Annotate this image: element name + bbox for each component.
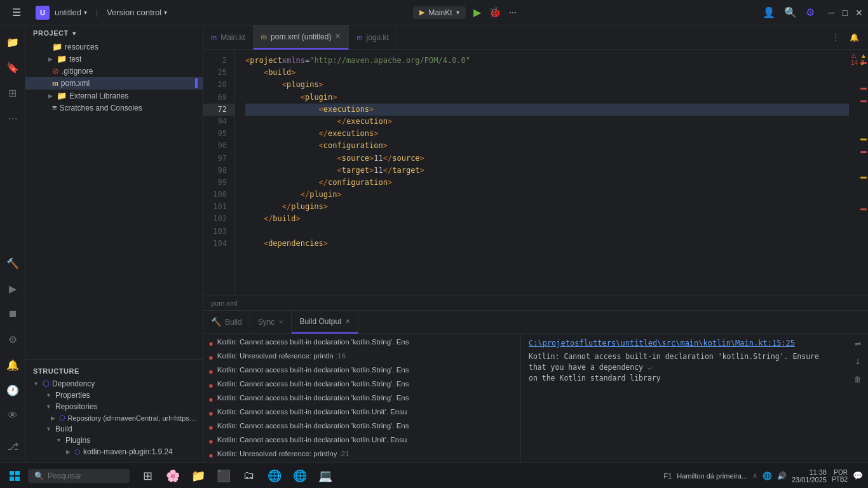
project-dropdown[interactable]: ▾ (72, 30, 76, 37)
tab-close-button[interactable]: ✕ (335, 32, 341, 41)
tree-item-resources[interactable]: 📁 resources (25, 41, 203, 53)
build-error-7[interactable]: ● Kotlin: Cannot access built-in declara… (203, 420, 520, 434)
build-error-8[interactable]: ● Kotlin: Cannot access built-in declara… (203, 434, 520, 448)
more-options-button[interactable]: ⋯ (509, 8, 517, 17)
activity-build-icon[interactable]: 🔨 (1, 252, 24, 274)
tree-label: .gitignore (62, 67, 93, 76)
taskbar-search[interactable]: 🔍 Pesquisar (28, 469, 130, 483)
tree-item-scratches[interactable]: ≡ Scratches and Consoles (25, 102, 203, 114)
activity-bookmarks-icon[interactable]: 🔖 (1, 56, 24, 79)
error-link[interactable]: C:\projetosflutters\untitled\src\main\ko… (529, 339, 795, 348)
structure-item-repositories[interactable]: ▼ Repositories (25, 401, 203, 412)
code-content[interactable]: <project xmlns="http://maven.apache.org/… (235, 50, 859, 295)
widgets-icon[interactable]: 🌸 (161, 464, 184, 487)
error-message-text: Kotlin: Cannot access built-in declarati… (529, 352, 819, 372)
build-error-2[interactable]: ● Kotlin: Unresolved reference: println … (203, 350, 520, 364)
tree-arrow: ▶ (66, 449, 71, 455)
build-error-9[interactable]: ● Kotlin: Unresolved reference: printlny… (203, 448, 520, 462)
activity-git-icon[interactable]: ⎇ (1, 435, 24, 458)
activity-debug-run-icon[interactable]: ⏹ (1, 302, 24, 325)
build-error-3[interactable]: ● Kotlin: Cannot access built-in declara… (203, 364, 520, 378)
clock[interactable]: 11:38 23/01/2025 (792, 468, 827, 484)
activity-clock-icon[interactable]: 🕐 (1, 379, 24, 402)
terminal-icon[interactable]: ⬛ (212, 464, 235, 487)
search-icon[interactable]: 🔍 (784, 6, 797, 18)
tree-item-test[interactable]: ▶ 📁 test (25, 53, 203, 65)
error-icon: ● (208, 353, 214, 362)
structure-item-kotlin-plugin[interactable]: ▶ ⬡ kotlin-maven-plugin:1.9.24 (25, 446, 203, 458)
tab-sync[interactable]: Sync ✕ (250, 311, 292, 334)
tree-item-pomxml[interactable]: m pom.xml (25, 77, 203, 90)
taskview-icon[interactable]: ⊞ (136, 464, 159, 487)
bottom-panel-right-buttons: ⇌ ⤓ 🗑 (848, 334, 868, 463)
ide-icon[interactable]: 💻 (314, 464, 337, 487)
activity-settings-icon[interactable]: ⚙ (1, 328, 24, 351)
activity-run-icon[interactable]: ▶ (1, 277, 24, 300)
editor-scrollbar[interactable]: ⚠ 14 ▲ 3 (859, 50, 868, 295)
build-error-1[interactable]: ● Kotlin: Cannot access built-in declara… (203, 336, 520, 350)
run-config-label: MainKt (428, 8, 452, 17)
language-display[interactable]: POR PTB2 (832, 469, 848, 483)
windows-logo (10, 471, 20, 481)
code-line-2: <project xmlns="http://maven.apache.org/… (245, 55, 849, 67)
tab-pom-xml[interactable]: m pom.xml (untitled) ✕ (254, 25, 349, 50)
code-line-72: <executions> (245, 104, 849, 116)
volume-icon[interactable]: 🔊 (777, 471, 787, 480)
chevron-icon[interactable]: ∧ (752, 471, 757, 480)
error-icon: ● (208, 451, 214, 460)
scroll-to-end-button[interactable]: ⤓ (850, 354, 865, 369)
activity-eye-icon[interactable]: 👁 (1, 404, 24, 427)
tree-item-gitignore[interactable]: ⊘ .gitignore (25, 65, 203, 77)
run-config[interactable]: ▶ MainKt ▾ (413, 6, 465, 19)
activity-notifications-icon[interactable]: 🔔 (1, 353, 24, 376)
tabs-more-button[interactable]: ⋮ (826, 32, 845, 43)
files-icon[interactable]: 🗂 (238, 464, 261, 487)
app-menu-icon[interactable]: ☰ (5, 1, 28, 24)
maximize-button[interactable]: □ (843, 8, 848, 18)
chrome2-icon[interactable]: 🌐 (288, 464, 311, 487)
version-control[interactable]: Version control ▾ (107, 8, 167, 17)
network-icon[interactable]: 🌐 (763, 471, 772, 480)
error-text: Kotlin: Cannot access built-in declarati… (217, 436, 407, 444)
notification-icon[interactable]: 💬 (853, 471, 863, 480)
activity-more-icon[interactable]: ⋯ (1, 107, 24, 130)
build-output-tab-close[interactable]: ✕ (345, 318, 350, 325)
project-name[interactable]: untitled ▾ (55, 8, 87, 17)
chrome-icon[interactable]: 🌐 (263, 464, 286, 487)
build-error-6[interactable]: ● Kotlin: Cannot access built-in declara… (203, 406, 520, 420)
tab-build-output[interactable]: Build Output ✕ (292, 311, 358, 334)
structure-item-repository[interactable]: ▶ ⬡ Repository (id=mavenCentral, url=htt… (25, 412, 203, 423)
notifications-bell[interactable]: 🔔 (845, 29, 863, 46)
close-button[interactable]: ✕ (855, 8, 863, 18)
tab-build[interactable]: 🔨 Build (203, 311, 250, 334)
warn-count-icon: ▲ 3 (860, 52, 867, 66)
bottom-tabs: 🔨 Build Sync ✕ Build Output ✕ (203, 311, 868, 334)
user-icon[interactable]: 👤 (763, 6, 775, 18)
structure-item-build[interactable]: ▼ Build (25, 423, 203, 435)
build-tab-label: Build (225, 318, 242, 327)
explorer-icon[interactable]: 📁 (187, 464, 210, 487)
sync-tab-label: Sync (258, 318, 275, 327)
tab-main-kt[interactable]: m Main.kt (203, 25, 254, 50)
build-errors-list: ● Kotlin: Cannot access built-in declara… (203, 334, 521, 463)
error-text: Kotlin: Unresolved reference: println :1… (217, 352, 346, 360)
build-error-4[interactable]: ● Kotlin: Cannot access built-in declara… (203, 378, 520, 392)
soft-wrap-button[interactable]: ⇌ (850, 336, 865, 351)
minimize-button[interactable]: ─ (829, 8, 835, 18)
build-error-5[interactable]: ● Kotlin: Cannot access built-in declara… (203, 392, 520, 406)
structure-item-dependency[interactable]: ▼ ⬡ Dependency (25, 377, 203, 390)
windows-start-button[interactable] (5, 466, 24, 485)
clear-button[interactable]: 🗑 (850, 372, 865, 387)
tab-jogo-kt[interactable]: m jogo.kt (349, 25, 397, 50)
activity-project-icon[interactable]: 📁 (1, 30, 24, 53)
sync-tab-close[interactable]: ✕ (278, 318, 283, 325)
structure-item-properties[interactable]: ▼ Properties (25, 390, 203, 401)
activity-structure-icon[interactable]: ⊞ (1, 81, 24, 104)
tree-item-external-libs[interactable]: ▶ 📁 External Libraries (25, 90, 203, 102)
debug-button[interactable]: 🐞 (489, 6, 501, 18)
settings-icon[interactable]: ⚙ (806, 6, 815, 18)
run-button[interactable]: ▶ (473, 6, 481, 18)
tree-arrow: ▼ (56, 437, 62, 444)
build-error-detail: C:\projetosflutters\untitled\src\main\ko… (521, 334, 848, 463)
structure-item-plugins[interactable]: ▼ Plugins (25, 435, 203, 446)
